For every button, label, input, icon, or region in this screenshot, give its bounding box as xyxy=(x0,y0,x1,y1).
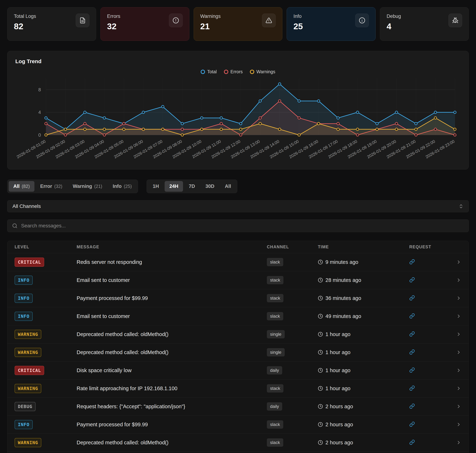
range-24h[interactable]: 24H xyxy=(165,181,183,192)
channel-select[interactable]: All Channels xyxy=(7,200,469,212)
time-text: 2 hours ago xyxy=(325,403,353,410)
row-chevron[interactable] xyxy=(454,350,461,355)
tab-all[interactable]: All (82) xyxy=(9,181,34,192)
range-all[interactable]: All xyxy=(220,181,236,192)
clock-icon xyxy=(318,386,323,391)
request-link-icon[interactable] xyxy=(409,331,415,337)
channel-cell: stack xyxy=(267,276,318,284)
table-row[interactable]: WARNING Rate limit approaching for IP 19… xyxy=(7,380,469,398)
channel-chip: single xyxy=(267,348,285,356)
header-message: MESSAGE xyxy=(77,245,267,249)
chevron-right-icon xyxy=(456,296,461,301)
table-row[interactable]: CRITICAL Redis server not responding sla… xyxy=(7,253,469,271)
request-link-icon[interactable] xyxy=(409,403,415,409)
table-row[interactable]: INFO Email sent to customer stack 28 min… xyxy=(7,271,469,289)
stat-value: 21 xyxy=(200,21,221,31)
row-chevron[interactable] xyxy=(454,259,461,265)
chevron-right-icon xyxy=(456,404,461,409)
request-link-icon[interactable] xyxy=(409,385,415,391)
header-level: LEVEL xyxy=(15,245,77,249)
level-badge: INFO xyxy=(15,276,33,285)
request-cell xyxy=(409,367,454,374)
tab-info[interactable]: Info (25) xyxy=(108,181,137,192)
row-chevron[interactable] xyxy=(454,386,461,391)
channel-cell: daily xyxy=(267,366,318,375)
request-cell xyxy=(409,277,454,283)
tab-error[interactable]: Error (32) xyxy=(35,181,67,192)
table-body: CRITICAL Redis server not responding sla… xyxy=(7,253,469,453)
stat-card-warnings: Warnings 21 xyxy=(194,7,283,41)
level-cell: INFO xyxy=(15,420,77,429)
table-row[interactable]: INFO Email sent to customer slack 49 min… xyxy=(7,307,469,326)
time-text: 9 minutes ago xyxy=(325,259,358,265)
level-cell: CRITICAL xyxy=(15,366,77,375)
clock-icon xyxy=(318,350,323,355)
level-badge: DEBUG xyxy=(15,402,35,411)
time-text: 1 hour ago xyxy=(325,385,351,391)
search-icon xyxy=(12,223,17,228)
range-1h[interactable]: 1H xyxy=(148,181,164,192)
range-30d[interactable]: 30D xyxy=(201,181,219,192)
row-chevron[interactable] xyxy=(454,296,461,301)
request-link-icon[interactable] xyxy=(409,439,415,445)
table-row[interactable]: WARNING Deprecated method called: oldMet… xyxy=(7,434,469,452)
stat-value: 25 xyxy=(293,21,303,31)
request-link-icon[interactable] xyxy=(409,313,415,319)
stat-value: 32 xyxy=(107,21,120,31)
level-badge: CRITICAL xyxy=(15,366,44,375)
table-row[interactable]: DEBUG Request headers: {"Accept": "appli… xyxy=(7,398,469,416)
time-cell: 49 minutes ago xyxy=(318,313,409,319)
stat-label: Warnings xyxy=(200,14,221,19)
channel-chip: stack xyxy=(267,384,283,393)
table-row[interactable]: INFO Payment processed for $99.99 slack … xyxy=(7,416,469,434)
time-text: 2 hours ago xyxy=(325,422,353,428)
clock-icon xyxy=(318,260,323,265)
legend-item[interactable]: Total xyxy=(201,69,217,74)
search-input[interactable] xyxy=(21,223,464,229)
channel-cell: daily xyxy=(267,402,318,411)
level-badge: WARNING xyxy=(15,384,41,393)
request-link-icon[interactable] xyxy=(409,259,415,265)
time-cell: 1 hour ago xyxy=(318,368,409,373)
row-chevron[interactable] xyxy=(454,277,461,283)
level-tabs: All (82) Error (32) Warning (21) Info (2… xyxy=(7,180,138,193)
channel-chip: slack xyxy=(267,258,283,266)
legend-item[interactable]: Errors xyxy=(224,69,243,74)
info-circle-icon xyxy=(355,14,369,27)
level-cell: WARNING xyxy=(15,348,77,357)
row-chevron[interactable] xyxy=(454,368,461,373)
request-link-icon[interactable] xyxy=(409,421,415,427)
row-chevron[interactable] xyxy=(454,440,461,445)
log-dashboard: Total Logs 82 Errors 32 Warnings 21 xyxy=(0,0,476,453)
table-row[interactable]: CRITICAL Disk space critically low daily… xyxy=(7,361,469,380)
request-link-icon[interactable] xyxy=(409,277,415,283)
request-link-icon[interactable] xyxy=(409,295,415,301)
row-chevron[interactable] xyxy=(454,422,461,427)
legend-item[interactable]: Warnings xyxy=(250,69,275,74)
request-link-icon[interactable] xyxy=(409,349,415,355)
time-cell: 28 minutes ago xyxy=(318,277,409,283)
range-7d[interactable]: 7D xyxy=(184,181,200,192)
tab-label: Error xyxy=(40,184,52,189)
table-row[interactable]: WARNING Deprecated method called: oldMet… xyxy=(7,343,469,361)
row-chevron[interactable] xyxy=(454,404,461,409)
level-badge: WARNING xyxy=(15,348,41,357)
row-chevron[interactable] xyxy=(454,313,461,319)
table-row[interactable]: INFO Payment processed for $99.99 stack … xyxy=(7,289,469,307)
table-row[interactable]: ERROR Payment processing failed: Card de… xyxy=(7,452,469,453)
stat-label: Errors xyxy=(107,14,120,19)
stat-text: Errors 32 xyxy=(107,14,120,31)
tab-warning[interactable]: Warning (21) xyxy=(68,181,107,192)
request-cell xyxy=(409,439,454,446)
chart-legend: Total Errors Warnings xyxy=(15,69,461,74)
time-text: 1 hour ago xyxy=(325,349,351,355)
row-chevron[interactable] xyxy=(454,332,461,337)
stat-value: 4 xyxy=(386,21,401,31)
request-cell xyxy=(409,421,454,428)
log-message: Deprecated method called: oldMethod() xyxy=(77,440,267,446)
table-row[interactable]: WARNING Deprecated method called: oldMet… xyxy=(7,326,469,343)
time-cell: 1 hour ago xyxy=(318,331,409,337)
log-message: Deprecated method called: oldMethod() xyxy=(77,349,267,355)
time-cell: 2 hours ago xyxy=(318,440,409,446)
request-link-icon[interactable] xyxy=(409,367,415,373)
